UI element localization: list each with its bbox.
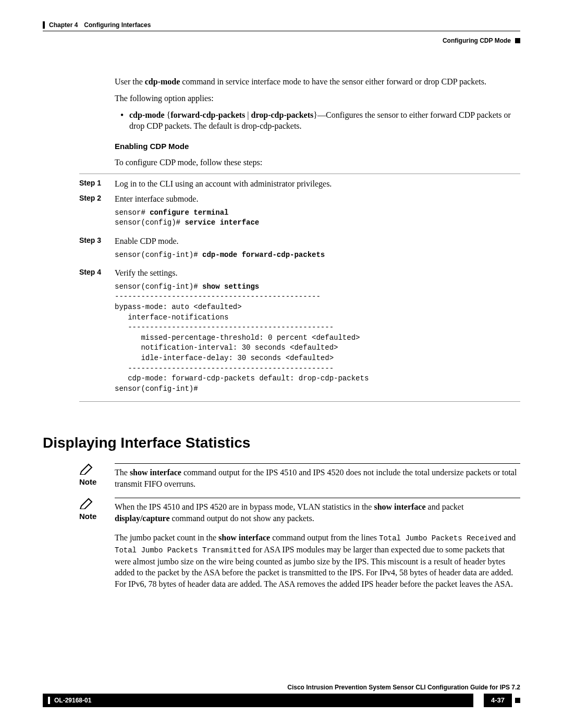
step-rule-top	[79, 174, 520, 174]
header-chapter: Chapter 4 Configuring Interfaces	[43, 21, 520, 29]
code-block: sensor(config-int)# show settings ------…	[115, 282, 520, 394]
book-title: Cisco Intrusion Prevention System Sensor…	[43, 683, 520, 692]
note-2: Note When the IPS 4510 and IPS 4520 are …	[115, 498, 520, 524]
code-block: sensor(config-int)# cdp-mode forward-cdp…	[115, 250, 520, 261]
intro-p2: The following option applies:	[115, 93, 520, 104]
mono-text: Total Jumbo Packets Received	[379, 534, 501, 542]
step-body: Log in to the CLI using an account with …	[115, 178, 520, 190]
code-block: sensor# configure terminal sensor(config…	[115, 208, 520, 228]
command: cdp-mode	[145, 77, 180, 86]
note-rule	[115, 463, 520, 464]
step-2: Step 2 Enter interface submode. sensor# …	[79, 193, 520, 231]
header-square-icon	[515, 38, 520, 43]
jumbo-paragraph: The jumbo packet count in the show inter…	[115, 532, 520, 589]
step-label: Step 2	[79, 193, 115, 231]
note-label: Note	[79, 477, 115, 487]
command: show interface	[130, 468, 181, 477]
step-label: Step 1	[79, 178, 115, 190]
output: ----------------------------------------…	[115, 292, 369, 392]
step-4: Step 4 Verify the settings. sensor(confi…	[79, 267, 520, 397]
prompt: sensor(config-int)#	[115, 282, 202, 291]
text: command output from the lines	[270, 533, 379, 542]
bullet-text: cdp-mode {forward-cdp-packets | drop-cdp…	[129, 109, 520, 132]
pencil-icon	[79, 498, 94, 509]
text: }	[313, 110, 317, 119]
step-body: Enable CDP mode.	[115, 236, 520, 247]
doc-number: OL-29168-01	[54, 696, 91, 705]
text: and packet	[426, 502, 464, 511]
text: command in service interface mode to hav…	[180, 77, 486, 86]
page-footer: Cisco Intrusion Prevention System Sensor…	[43, 683, 520, 707]
header-bar-icon	[43, 21, 45, 29]
command: configure terminal	[150, 208, 228, 217]
chapter-title: Configuring Interfaces	[84, 21, 151, 29]
enabling-lead: To configure CDP mode, follow these step…	[115, 157, 520, 168]
page-number: 4-37	[484, 694, 512, 707]
intro-p1: User the cdp-mode command in service int…	[115, 76, 520, 88]
command: cdp-mode forward-cdp-packets	[202, 251, 325, 259]
option: forward-cdp-packets	[170, 110, 245, 119]
step-label: Step 3	[79, 236, 115, 263]
step-3: Step 3 Enable CDP mode. sensor(config-in…	[79, 236, 520, 263]
command: service interface	[185, 218, 259, 227]
command: display/capture	[115, 514, 170, 523]
footer-bar-icon	[48, 697, 50, 704]
prompt: sensor(config)#	[115, 218, 185, 227]
option: drop-cdp-packets	[251, 110, 314, 119]
command: show interface	[374, 502, 425, 511]
step-body: Verify the settings.	[115, 267, 520, 279]
text: {	[165, 110, 171, 119]
text: The jumbo packet count in the	[115, 533, 218, 542]
section-heading: Displaying Interface Statistics	[43, 433, 520, 453]
command: show settings	[202, 282, 259, 291]
text: When the IPS 4510 and IPS 4520 are in by…	[115, 502, 374, 511]
bullet-icon: •	[115, 109, 129, 132]
prompt: sensor(config-int)#	[115, 251, 202, 259]
mono-text: Total Jumbo Packets Transmitted	[115, 546, 250, 554]
header-rule	[43, 31, 520, 31]
header-section: Configuring CDP Mode	[43, 36, 520, 45]
text: and	[501, 533, 516, 542]
step-label: Step 4	[79, 267, 115, 397]
step-rule-bottom	[79, 401, 520, 402]
footer-docnum-box: OL-29168-01	[43, 694, 473, 707]
chapter-number: Chapter 4	[49, 21, 78, 29]
note-label: Note	[79, 511, 115, 522]
text: |	[245, 110, 251, 119]
text: The	[115, 468, 130, 477]
step-body: Enter interface submode.	[115, 193, 520, 205]
header-section-title: Configuring CDP Mode	[443, 36, 511, 45]
text: User the	[115, 77, 145, 86]
note-rule	[115, 498, 520, 498]
step-1: Step 1 Log in to the CLI using an accoun…	[79, 178, 520, 190]
command: cdp-mode	[129, 110, 165, 119]
enabling-heading: Enabling CDP Mode	[115, 141, 520, 152]
prompt: sensor#	[115, 208, 150, 217]
text: command output do not show any packets.	[170, 514, 314, 523]
page-header: Chapter 4 Configuring Interfaces Configu…	[43, 21, 520, 45]
command: show interface	[218, 533, 270, 542]
footer-square-icon	[515, 698, 520, 703]
note-1: Note The show interface command output f…	[115, 463, 520, 489]
pencil-icon	[79, 463, 94, 475]
option-bullet: • cdp-mode {forward-cdp-packets | drop-c…	[115, 109, 520, 132]
